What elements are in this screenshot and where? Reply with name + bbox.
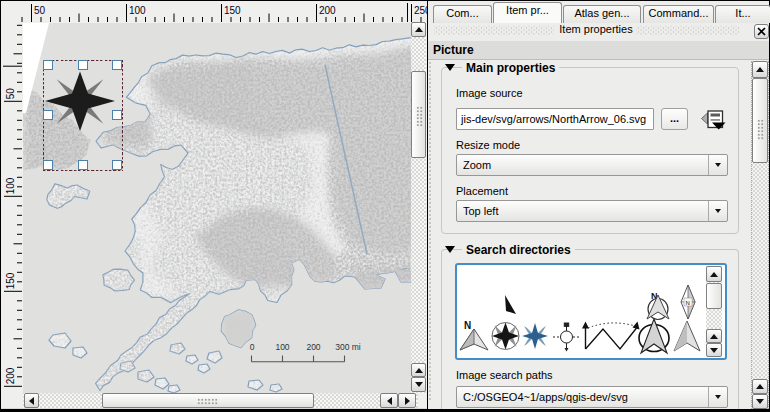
svg-text:200: 200 [306, 342, 320, 352]
svg-text:100: 100 [129, 5, 146, 16]
svg-text:200: 200 [319, 5, 336, 16]
svg-text:0: 0 [250, 342, 255, 352]
svg-text:200: 200 [5, 367, 16, 384]
svg-text:50: 50 [34, 5, 46, 16]
svg-text:150: 150 [5, 272, 16, 289]
svg-text:250: 250 [414, 5, 427, 16]
svg-text:N: N [686, 300, 690, 306]
svg-text:100: 100 [275, 342, 289, 352]
svg-text:N: N [464, 320, 471, 331]
svg-text:50: 50 [5, 88, 16, 100]
svg-text:100: 100 [5, 177, 16, 194]
svg-text:300 mi: 300 mi [335, 342, 361, 352]
svg-text:150: 150 [224, 5, 241, 16]
